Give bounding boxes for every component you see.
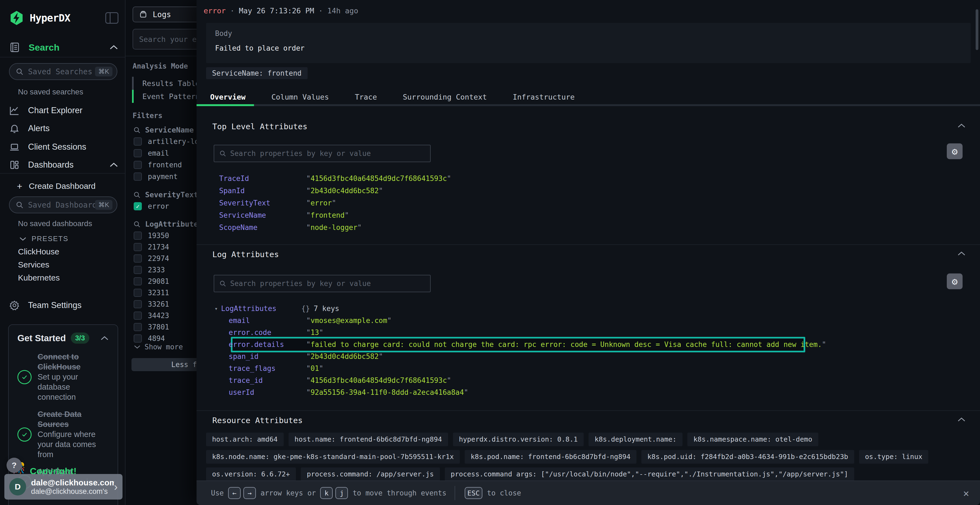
resource-chip[interactable]: host.arch: amd64 (206, 433, 284, 446)
chevron-up-icon[interactable] (100, 335, 109, 341)
get-started-step[interactable]: Connect to ClickHouse Set up your databa… (18, 352, 109, 402)
mode-event-patterns[interactable]: Event Patterns (132, 90, 204, 103)
tab-column-values[interactable]: Column Values (271, 93, 329, 101)
resource-chip[interactable]: os.type: linux (859, 450, 929, 464)
checkbox[interactable] (134, 173, 142, 181)
sidebar-item-search[interactable]: Search (9, 41, 118, 54)
attribute-row[interactable]: SpanId"2b43d0c4dd6bc582" (197, 184, 980, 197)
create-dashboard-button[interactable]: + Create Dashboard (17, 179, 118, 193)
resource-chip[interactable]: k8s.pod.uid: f284fb2d-a0b3-4634-991b-e2c… (641, 450, 854, 464)
saved-searches-input[interactable] (28, 67, 95, 76)
resource-chip[interactable]: hyperdx.distro.version: 0.8.1 (453, 433, 584, 446)
filter-option[interactable]: 37801 (134, 322, 169, 332)
checkbox[interactable] (134, 149, 142, 157)
settings-button[interactable]: ⚙ (947, 143, 963, 159)
attribute-row[interactable]: SeverityText"error" (197, 197, 980, 209)
checkbox[interactable] (134, 266, 142, 274)
sidebar-item-alerts[interactable]: Alerts (9, 122, 118, 135)
sidebar-item-client-sessions[interactable]: Client Sessions (9, 140, 118, 154)
attribute-row[interactable]: ScopeName"node-logger" (197, 221, 980, 233)
resource-chip[interactable]: process.command args: ["/usr/local/bin/n… (445, 467, 854, 481)
resource-chip[interactable]: process.command: /app/server.js (301, 467, 440, 481)
filter-option[interactable]: 32311 (134, 287, 169, 298)
attribute-row[interactable]: trace_id"4156d3fbc40a64854d9dc7f68641593… (197, 375, 980, 386)
filter-option[interactable]: 4894 (134, 333, 165, 344)
resource-chip[interactable]: k8s.namespace.name: otel-demo (687, 433, 818, 446)
top-level-search-input[interactable] (230, 149, 425, 157)
saved-dashboards-input[interactable] (28, 200, 95, 210)
filter-group-logattributes[interactable]: LogAttributes (133, 220, 202, 228)
log-attributes-search-input[interactable] (230, 279, 425, 287)
top-level-search-box[interactable] (214, 145, 431, 162)
filter-option[interactable]: 34423 (134, 310, 169, 321)
resource-chip[interactable]: os.version: 6.6.72+ (206, 467, 296, 481)
tab-trace[interactable]: Trace (355, 93, 377, 101)
checkbox[interactable] (134, 232, 142, 240)
attribute-row[interactable]: userId"92a55156-39a4-11f0-8ddd-a2eca416a… (197, 386, 980, 399)
sidebar-item-services[interactable]: Services (18, 260, 49, 269)
resource-chip[interactable]: k8s.node.name: gke-pme-k8s-standard-main… (206, 450, 460, 464)
sidebar-item-team-settings[interactable]: Team Settings (9, 299, 118, 312)
chevron-up-icon[interactable] (109, 44, 118, 50)
filter-option[interactable]: frontend (134, 159, 182, 170)
presets-toggle[interactable]: PRESETS (19, 235, 68, 243)
checkbox[interactable] (134, 323, 142, 331)
attribute-row[interactable]: email"vmoses@example.com" (197, 314, 980, 327)
attribute-row[interactable]: TraceId"4156d3fbc40a64854d9dc7f68641593c… (197, 172, 980, 184)
attribute-row[interactable]: span_id"2b43d0c4dd6bc582" (197, 351, 980, 362)
sidebar-item-chart-explorer[interactable]: Chart Explorer (9, 104, 118, 117)
resource-chip[interactable]: k8s.pod.name: frontend-6b6c8d7bfd-ng894 (465, 450, 636, 464)
tab-overview[interactable]: Overview (210, 93, 245, 101)
filter-option[interactable]: 21734 (134, 241, 169, 252)
close-icon[interactable]: ✕ (963, 488, 969, 499)
checkbox[interactable] (134, 243, 142, 251)
tab-surrounding-context[interactable]: Surrounding Context (403, 93, 487, 101)
sidebar-item-clickhouse[interactable]: ClickHouse (18, 247, 59, 256)
scrollbar-thumb[interactable] (976, 9, 978, 50)
filter-option[interactable]: email (134, 148, 169, 159)
checkbox[interactable] (134, 137, 142, 146)
checkbox[interactable] (134, 300, 142, 308)
service-name-chip[interactable]: ServiceName: frontend (206, 67, 308, 79)
filter-group-servicename[interactable]: ServiceName (133, 126, 194, 134)
attribute-row[interactable]: ServiceName"frontend" (197, 209, 980, 221)
resource-chip[interactable]: host.name: frontend-6b6c8d7bfd-ng894 (288, 433, 448, 446)
tree-root-row[interactable]: ▾ LogAttributes {} 7 keys (197, 303, 980, 314)
help-button[interactable]: ? (6, 458, 22, 473)
checkbox[interactable] (134, 311, 142, 320)
saved-searches-search[interactable]: ⌘K (9, 63, 117, 80)
collapse-section-icon[interactable] (957, 251, 966, 256)
checkbox[interactable] (134, 334, 142, 343)
mode-results-table[interactable]: Results Table (132, 77, 204, 90)
tree-caret-icon[interactable]: ▾ (215, 305, 221, 312)
show-more-toggle[interactable]: Show more (134, 343, 183, 351)
resource-chip[interactable]: k8s.deployment.name: (589, 433, 682, 446)
chevron-up-icon[interactable] (109, 162, 118, 168)
filter-option-checked[interactable]: ✓error (134, 201, 169, 212)
sidebar-item-kubernetes[interactable]: Kubernetes (18, 273, 60, 283)
checkbox[interactable] (134, 277, 142, 286)
attribute-row-highlighted[interactable]: error.details"failed to charge card: cou… (197, 338, 980, 351)
filter-group-severitytext[interactable]: SeverityText (133, 191, 198, 199)
collapse-section-icon[interactable] (957, 123, 966, 129)
log-attributes-search-box[interactable] (214, 275, 431, 292)
filter-option[interactable]: 22974 (134, 253, 169, 264)
filter-option[interactable]: 2333 (134, 264, 165, 275)
checkbox[interactable] (134, 161, 142, 169)
checkbox[interactable] (134, 289, 142, 297)
filter-option[interactable]: 33261 (134, 299, 169, 310)
checkbox[interactable] (134, 254, 142, 262)
filter-option[interactable]: 29081 (134, 276, 169, 287)
filter-option[interactable]: payment (134, 171, 178, 182)
user-menu[interactable]: D dale@clickhouse.com dale@clickhouse.co… (4, 474, 123, 500)
collapse-section-icon[interactable] (957, 417, 966, 422)
sidebar-item-dashboards[interactable]: Dashboards (9, 158, 118, 172)
checkbox-checked[interactable]: ✓ (134, 202, 142, 210)
filter-option[interactable]: 19350 (134, 230, 169, 241)
settings-button[interactable]: ⚙ (947, 273, 963, 289)
get-started-step[interactable]: Create Data Sources Configure where your… (18, 409, 109, 460)
saved-dashboards-search[interactable]: ⌘K (9, 197, 117, 213)
attribute-row[interactable]: trace_flags"01" (197, 362, 980, 375)
tab-infrastructure[interactable]: Infrastructure (513, 93, 575, 101)
sidebar-collapse-icon[interactable] (105, 12, 118, 24)
